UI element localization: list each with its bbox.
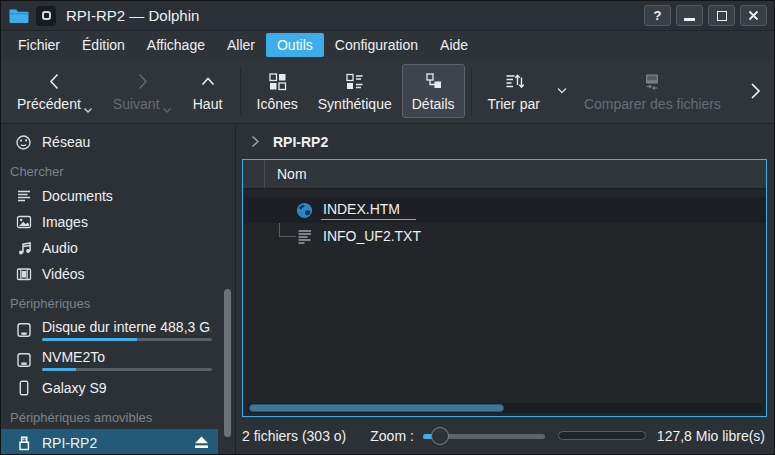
toolbar-separator xyxy=(240,67,241,115)
forward-label: Suivant xyxy=(113,96,160,112)
menu-aller[interactable]: Aller xyxy=(216,33,266,57)
column-header-nom[interactable]: Nom xyxy=(265,160,307,188)
main-panel: RPI-RP2 Nom xyxy=(236,124,774,454)
free-space-label: 127,8 Mio libre(s) xyxy=(657,428,765,444)
section-peripheriques-amovibles: Périphériques amovibles xyxy=(1,401,218,429)
menu-edition[interactable]: Édition xyxy=(71,33,136,57)
forward-button[interactable]: Suivant xyxy=(103,64,182,118)
chevron-down-icon xyxy=(556,87,568,95)
forward-icon xyxy=(132,70,152,92)
compact-view-icon xyxy=(344,70,365,92)
sort-by-button[interactable]: Trier par xyxy=(478,64,550,118)
menu-aide[interactable]: Aide xyxy=(429,33,479,57)
toolbar-overflow-button[interactable] xyxy=(742,81,768,101)
icons-view-icon xyxy=(267,70,288,92)
file-row-index-htm[interactable]: INDEX.HTM xyxy=(243,197,766,223)
chevron-down-icon xyxy=(83,107,93,114)
eject-button[interactable] xyxy=(191,433,212,452)
places-panel: Réseau Chercher Documents xyxy=(1,124,236,454)
compare-files-button[interactable]: Comparer des fichiers xyxy=(574,64,731,118)
folder-app-icon xyxy=(8,7,29,24)
details-view-button[interactable]: Détails xyxy=(402,64,465,118)
sidebar-item-label: Vidéos xyxy=(42,266,85,282)
compact-view-label: Synthétique xyxy=(318,96,392,112)
audio-icon xyxy=(14,239,33,257)
sidebar-item-label: Réseau xyxy=(42,134,90,150)
maximize-button[interactable] xyxy=(708,5,735,26)
chevron-right-icon[interactable] xyxy=(250,135,260,148)
menu-fichier[interactable]: Fichier xyxy=(7,33,71,57)
disk-usage-bar xyxy=(42,368,212,371)
zoom-slider[interactable] xyxy=(423,427,545,445)
menubar: Fichier Édition Affichage Aller Outils C… xyxy=(1,31,774,59)
compare-files-label: Comparer des fichiers xyxy=(584,96,721,112)
sidebar-item-label: Galaxy S9 xyxy=(42,380,107,396)
sidebar-item-documents[interactable]: Documents xyxy=(1,183,218,209)
back-icon xyxy=(45,70,65,92)
sidebar-item-label: Documents xyxy=(42,188,113,204)
toolbar: Précédent Suivant Haut xyxy=(1,59,774,124)
section-chercher: Chercher xyxy=(1,155,218,183)
minimize-icon xyxy=(684,18,695,21)
up-label: Haut xyxy=(193,96,223,112)
sidebar-item-network[interactable]: Réseau xyxy=(1,129,218,155)
sort-by-dropdown-caret[interactable] xyxy=(550,59,574,123)
sidebar-item-internal-disk[interactable]: Disque dur interne 488,3 G… xyxy=(1,315,218,345)
compact-view-button[interactable]: Synthétique xyxy=(308,64,402,118)
chevron-right-icon xyxy=(748,81,762,101)
file-name[interactable]: INFO_UF2.TXT xyxy=(321,227,423,246)
horizontal-scrollbar[interactable] xyxy=(247,403,762,413)
close-icon xyxy=(748,10,759,21)
hard-drive-icon xyxy=(14,351,33,369)
toolbar-separator xyxy=(471,67,472,115)
up-icon xyxy=(198,70,218,92)
icons-view-button[interactable]: Icônes xyxy=(247,64,308,118)
sidebar-scrollbar[interactable] xyxy=(224,289,231,437)
sidebar-item-label: RPI-RP2 xyxy=(42,435,97,451)
column-header-row: Nom xyxy=(243,160,766,189)
device-badge-icon xyxy=(36,6,56,26)
back-button[interactable]: Précédent xyxy=(7,64,103,118)
breadcrumb: RPI-RP2 xyxy=(236,124,774,159)
statusbar: 2 fichiers (303 o) Zoom : 127,8 Mio libr… xyxy=(236,417,774,454)
sidebar-item-audio[interactable]: Audio xyxy=(1,235,218,261)
zoom-slider-handle[interactable] xyxy=(431,427,449,445)
maximize-icon xyxy=(717,11,727,21)
sidebar-item-images[interactable]: Images xyxy=(1,209,218,235)
sidebar-item-rpi-rp2[interactable]: RPI-RP2 xyxy=(1,429,218,454)
expander-column xyxy=(243,160,265,188)
file-name[interactable]: INDEX.HTM xyxy=(321,200,416,220)
sidebar-item-label: Audio xyxy=(42,240,78,256)
compare-files-icon xyxy=(641,70,663,92)
details-view-icon xyxy=(423,70,444,92)
icons-view-label: Icônes xyxy=(257,96,298,112)
network-icon xyxy=(14,133,33,152)
breadcrumb-location[interactable]: RPI-RP2 xyxy=(273,134,328,150)
minimize-button[interactable] xyxy=(676,5,703,26)
up-button[interactable]: Haut xyxy=(182,64,234,118)
text-file-icon xyxy=(296,229,313,244)
html-file-globe-icon xyxy=(296,202,313,219)
window-title: RPI-RP2 — Dolphin xyxy=(66,7,199,24)
back-label: Précédent xyxy=(17,96,81,112)
sidebar-item-label: Disque dur interne 488,3 G… xyxy=(42,319,212,335)
sidebar-item-videos[interactable]: Vidéos xyxy=(1,261,218,287)
dolphin-window: RPI-RP2 — Dolphin ? Fichier Édition Affi… xyxy=(0,0,775,455)
file-rows: INDEX.HTM INFO_UF2.TXT xyxy=(243,189,766,416)
sort-icon xyxy=(503,70,525,92)
horizontal-scrollbar-thumb[interactable] xyxy=(249,404,504,412)
menu-configuration[interactable]: Configuration xyxy=(324,33,429,57)
phone-icon xyxy=(14,379,33,397)
eject-icon xyxy=(193,435,210,450)
free-space-bar xyxy=(558,431,646,440)
images-icon xyxy=(14,213,33,231)
menu-affichage[interactable]: Affichage xyxy=(136,33,216,57)
close-button[interactable] xyxy=(740,5,767,26)
sidebar-item-galaxy-s9[interactable]: Galaxy S9 xyxy=(1,375,218,401)
help-button[interactable]: ? xyxy=(644,5,671,26)
sidebar-item-nvme[interactable]: NVME2To xyxy=(1,345,218,375)
chevron-down-icon xyxy=(162,107,172,114)
file-view: Nom INDEX.HTM xyxy=(242,159,767,417)
menu-outils[interactable]: Outils xyxy=(266,33,324,57)
file-row-info-uf2-txt[interactable]: INFO_UF2.TXT xyxy=(243,223,766,249)
